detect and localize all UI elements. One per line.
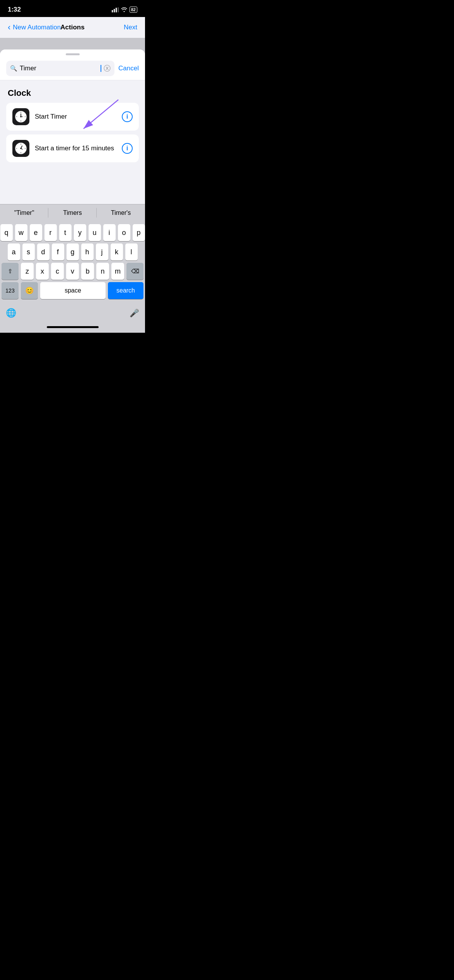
status-time: 1:32 [8, 6, 21, 14]
clock-icon-start-timer [12, 108, 29, 125]
keyboard-row-4: 123 😊 space search [2, 282, 143, 299]
key-e[interactable]: e [30, 224, 42, 241]
home-bar [47, 326, 99, 328]
key-n[interactable]: n [96, 263, 109, 280]
emoji-key[interactable]: 😊 [21, 282, 38, 299]
search-input[interactable]: Timer [20, 65, 98, 72]
globe-key[interactable]: 🌐 [2, 305, 20, 322]
autocorrect-timers-text: Timers [63, 209, 82, 216]
number-key[interactable]: 123 [2, 282, 19, 299]
clock-face-15-svg [14, 141, 28, 155]
home-indicator-area [0, 323, 145, 333]
key-i[interactable]: i [103, 224, 116, 241]
key-w[interactable]: w [15, 224, 27, 241]
key-p[interactable]: p [133, 224, 145, 241]
status-bar: 1:32 82 [0, 0, 145, 17]
autocorrect-bar: "Timer" Timers Timer's [0, 204, 145, 221]
key-v[interactable]: v [66, 263, 79, 280]
search-clear-button[interactable]: ⓧ [104, 64, 111, 73]
key-c[interactable]: c [51, 263, 64, 280]
keyboard-row-3: ⇧ z x c v b n m ⌫ [2, 263, 143, 280]
key-t[interactable]: t [59, 224, 72, 241]
key-s[interactable]: s [22, 243, 35, 260]
svg-rect-0 [112, 10, 113, 12]
key-u[interactable]: u [89, 224, 101, 241]
start-timer-15-item[interactable]: Start a timer for 15 minutes i [6, 134, 139, 162]
key-r[interactable]: r [44, 224, 57, 241]
key-a[interactable]: a [8, 243, 20, 260]
autocorrect-timers[interactable]: Timers [48, 204, 97, 221]
back-chevron-icon: ‹ [8, 22, 10, 32]
start-timer-info-button[interactable]: i [122, 111, 133, 122]
autocorrect-quoted-text: "Timer" [14, 209, 34, 216]
keyboard-row-2: a s d f g h j k l [2, 243, 143, 260]
svg-rect-2 [116, 8, 117, 12]
clock-face-svg [14, 110, 28, 124]
key-m[interactable]: m [111, 263, 124, 280]
wifi-icon [121, 7, 127, 12]
svg-rect-1 [114, 9, 115, 12]
keyboard-row-1: q w e r t y u i o p [2, 224, 143, 241]
nav-header: ‹ New Automation Actions Next [0, 17, 145, 38]
search-cancel-button[interactable]: Cancel [118, 65, 139, 72]
key-k[interactable]: k [111, 243, 123, 260]
battery-icon: 82 [130, 7, 137, 13]
svg-point-22 [20, 148, 21, 149]
key-h[interactable]: h [81, 243, 94, 260]
svg-point-13 [20, 116, 21, 117]
autocorrect-quoted[interactable]: "Timer" [0, 204, 48, 221]
space-key[interactable]: space [40, 282, 106, 299]
key-f[interactable]: f [52, 243, 64, 260]
nav-next-button[interactable]: Next [124, 24, 137, 31]
search-key[interactable]: search [108, 282, 143, 299]
nav-back-label[interactable]: New Automation [13, 24, 61, 31]
delete-key[interactable]: ⌫ [126, 263, 143, 280]
content-area: Clock [0, 80, 145, 204]
search-bar[interactable]: 🔍 Timer ⓧ [6, 61, 114, 76]
start-timer-15-info-button[interactable]: i [122, 143, 133, 154]
key-d[interactable]: d [37, 243, 49, 260]
section-header: Clock [6, 88, 139, 98]
key-j[interactable]: j [96, 243, 108, 260]
status-icons: 82 [112, 7, 137, 13]
key-o[interactable]: o [118, 224, 130, 241]
sheet-handle [66, 53, 80, 55]
text-cursor [101, 65, 101, 72]
shift-key[interactable]: ⇧ [2, 263, 19, 280]
clock-icon-timer-15 [12, 140, 29, 157]
nav-back-button[interactable]: ‹ New Automation [8, 22, 61, 32]
start-timer-label: Start Timer [35, 113, 116, 121]
svg-rect-3 [118, 7, 119, 12]
start-timer-15-label: Start a timer for 15 minutes [35, 145, 116, 152]
key-q[interactable]: q [0, 224, 13, 241]
keyboard-area: q w e r t y u i o p a s d f g h j k l ⇧ … [0, 221, 145, 303]
key-l[interactable]: l [125, 243, 138, 260]
grey-gap [0, 38, 145, 49]
key-z[interactable]: z [21, 263, 34, 280]
search-icon: 🔍 [10, 65, 17, 72]
sheet-container: 🔍 Timer ⓧ Cancel Clock [0, 49, 145, 204]
autocorrect-timers-apostrophe[interactable]: Timer's [97, 204, 145, 221]
autocorrect-timers-apos-text: Timer's [111, 209, 131, 216]
signal-icon [112, 7, 119, 12]
mic-key[interactable]: 🎤 [125, 305, 143, 322]
key-x[interactable]: x [36, 263, 49, 280]
start-timer-item[interactable]: Start Timer i [6, 103, 139, 131]
nav-title: Actions [60, 24, 84, 31]
sheet-handle-area [0, 49, 145, 58]
search-area: 🔍 Timer ⓧ Cancel [0, 58, 145, 80]
key-g[interactable]: g [67, 243, 79, 260]
keyboard-bottom-row: 🌐 🎤 [0, 303, 145, 323]
key-b[interactable]: b [81, 263, 94, 280]
key-y[interactable]: y [74, 224, 86, 241]
